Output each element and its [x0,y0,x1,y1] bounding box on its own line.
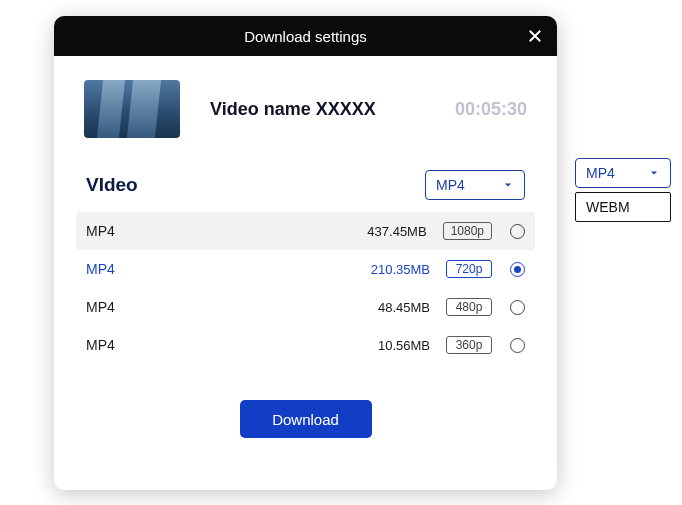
radio-option[interactable] [510,224,525,239]
radio-option[interactable] [510,300,525,315]
download-settings-dialog: Download settings Video name XXXXX 00:05… [54,16,557,490]
dialog-titlebar: Download settings [54,16,557,56]
format-dropdown-open: MP4 WEBM [575,158,671,222]
table-row[interactable]: MP4 437.45MB 1080p [76,212,535,250]
table-row[interactable]: MP4 48.45MB 480p [76,288,535,326]
resolution-badge: 720p [446,260,492,278]
resolution-badge: 1080p [443,222,492,240]
cell-format: MP4 [86,261,166,277]
format-select[interactable]: MP4 [425,170,525,200]
table-row[interactable]: MP4 10.56MB 360p [76,326,535,364]
resolution-options: MP4 437.45MB 1080p MP4 210.35MB 720p MP4… [54,212,557,364]
cell-format: MP4 [86,337,166,353]
section-label: VIdeo [86,174,138,196]
dialog-title: Download settings [244,28,367,45]
cell-size: 437.45MB [166,224,443,239]
resolution-badge: 360p [446,336,492,354]
format-select-detached[interactable]: MP4 [575,158,671,188]
video-name: Video name XXXXX [210,99,455,120]
resolution-badge: 480p [446,298,492,316]
chevron-down-icon [648,167,660,179]
video-header: Video name XXXXX 00:05:30 [54,56,557,156]
format-select-value: MP4 [586,165,615,181]
format-select-value: MP4 [436,177,465,193]
cell-size: 210.35MB [166,262,446,277]
video-thumbnail [84,80,180,138]
download-button[interactable]: Download [240,400,372,438]
cell-format: MP4 [86,223,166,239]
cell-size: 48.45MB [166,300,446,315]
radio-option[interactable] [510,338,525,353]
table-row[interactable]: MP4 210.35MB 720p [76,250,535,288]
format-dropdown-list: WEBM [575,192,671,222]
format-dropdown-item[interactable]: WEBM [576,193,670,221]
radio-option[interactable] [510,262,525,277]
chevron-down-icon [502,179,514,191]
close-button[interactable] [525,26,545,46]
cell-size: 10.56MB [166,338,446,353]
video-duration: 00:05:30 [455,99,527,120]
cell-format: MP4 [86,299,166,315]
format-section-header: VIdeo MP4 [54,156,557,212]
close-icon [526,27,544,45]
